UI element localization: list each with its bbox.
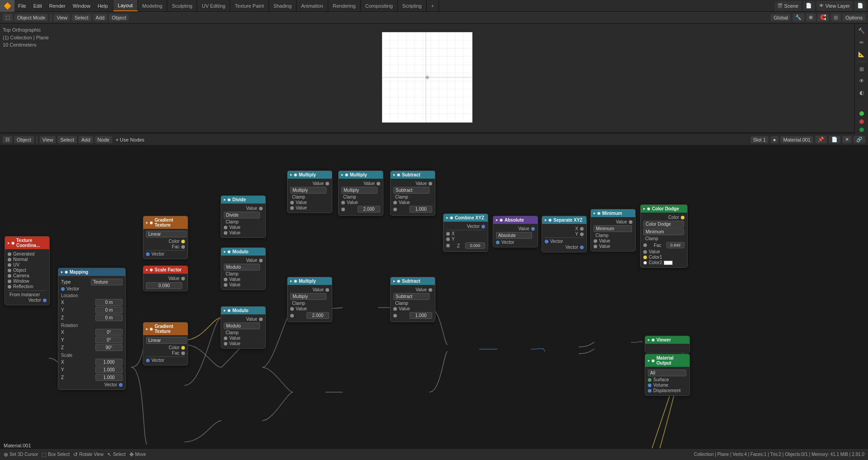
node-editor-type[interactable]: ⊡ [3, 136, 12, 143]
socket-vector-mapping-in[interactable] [61, 287, 65, 291]
node-fake-user[interactable]: 🔗 [854, 136, 865, 143]
move-btn[interactable]: ✥ Move [129, 451, 146, 458]
val-cd-fac[interactable]: 0.849 [666, 242, 684, 248]
socket-mt2-val[interactable] [377, 182, 380, 185]
viewport-view-menu[interactable]: View [54, 14, 70, 21]
node-combine-xyz[interactable]: ◉ Combine XYZ Vector X Y [443, 213, 488, 252]
tab-rendering[interactable]: Rendering [328, 0, 361, 11]
viewport-editor-type[interactable]: ⬚ [3, 14, 13, 21]
val-sc-x[interactable]: 1.000 [95, 359, 123, 365]
viewport-global-btn[interactable]: Global [771, 14, 791, 21]
node-mapping[interactable]: ◉ Mapping Type Texture Vector Location X… [58, 268, 126, 390]
socket-sb-in2[interactable] [393, 314, 397, 318]
set-3d-cursor-btn[interactable]: ⊕ Set 3D Cursor [4, 451, 38, 458]
dropdown-mt2[interactable]: Multiply [341, 187, 377, 194]
socket-mod2-val[interactable] [259, 318, 263, 321]
menu-file[interactable]: File [14, 0, 30, 11]
socket-g1-vector[interactable] [146, 252, 150, 256]
node-viewer[interactable]: ◉ Viewer [645, 336, 690, 353]
sidebar-icon-measure[interactable]: 📐 [856, 49, 867, 60]
node-modulo-2[interactable]: ◉ Modulo Value Modulo Clamp Value Value [221, 306, 266, 349]
node-gradient-2[interactable]: ◉ Gradient Texture Linear Color Fac Vect… [143, 322, 188, 365]
tab-animation[interactable]: Animation [297, 0, 328, 11]
viewport-area[interactable]: Top Orthographic (1) Collection | Plane … [0, 24, 854, 132]
socket-mt1-val[interactable] [326, 182, 329, 185]
val-loc-x[interactable]: 0 m [95, 299, 123, 306]
node-minimum[interactable]: ◉ Minimum Value Minimum Clamp Value Valu… [590, 209, 636, 251]
node-view-menu[interactable]: View [40, 136, 56, 143]
socket-mo-surface[interactable] [648, 378, 651, 382]
viewport-select-menu[interactable]: Select [72, 14, 91, 21]
tab-sculpting[interactable]: Sculpting [167, 0, 197, 11]
box-select-btn[interactable]: ⬚ Box Select [42, 451, 70, 458]
socket-min-val[interactable] [629, 220, 632, 224]
socket-camera[interactable] [8, 274, 11, 278]
sidebar-icon-shading[interactable]: ◐ [856, 87, 867, 98]
node-divide[interactable]: ◉ Divide Value Divide Clamp Value Value [221, 195, 266, 238]
socket-mb1-in1[interactable] [290, 307, 294, 311]
dropdown-divide[interactable]: Divide [224, 212, 260, 218]
dropdown-mo-all[interactable]: All [648, 370, 686, 376]
node-material-pin[interactable]: 📌 [815, 136, 827, 143]
node-absolute[interactable]: ◉ Absolute Value Absolute Vector [493, 216, 538, 247]
viewport-prop-btn[interactable]: ◎ [831, 14, 841, 21]
socket-cxyz-x[interactable] [446, 232, 450, 236]
socket-div-val[interactable] [259, 207, 263, 210]
val-sb[interactable]: 1.000 [410, 312, 432, 319]
node-modulo-1[interactable]: ◉ Modulo Value Modulo Clamp Value Value [221, 247, 266, 290]
node-scale-factor[interactable]: ◉ Scale Factor Value 0.090 [143, 266, 188, 291]
socket-g2-vector[interactable] [146, 359, 150, 362]
view-layer-copy-btn[interactable]: 📄 [854, 1, 866, 11]
socket-cxyz-vec[interactable] [481, 225, 485, 228]
tab-shading[interactable]: Shading [269, 0, 297, 11]
viewport-object-menu[interactable]: Object [109, 14, 129, 21]
socket-mod2-in2[interactable] [224, 342, 227, 346]
dropdown-mod2[interactable]: Modulo [224, 322, 260, 329]
scene-selector[interactable]: 🎬 Scene [774, 1, 801, 11]
node-texture-coordinate[interactable]: ◉ Texture Coordina... Generated Normal U… [5, 236, 50, 305]
node-multiply-bot1[interactable]: ◉ Multiply Value Multiply Clamp Value 2.… [287, 277, 332, 322]
node-separate-xyz[interactable]: ◉ Separate XYZ X Y Vector Vector [542, 216, 587, 252]
sidebar-icon-view[interactable]: 👁 [856, 76, 867, 86]
viewport-add-menu[interactable]: Add [93, 14, 108, 21]
sidebar-icon-transform[interactable]: ⊞ [856, 64, 867, 75]
tab-layout[interactable]: Layout [113, 0, 138, 11]
node-editor[interactable]: ⊡ Object View Select Add Node ● Use Node… [0, 134, 868, 460]
tab-scripting[interactable]: Scripting [398, 0, 427, 11]
socket-mb1-in2[interactable] [290, 314, 294, 318]
socket-div-in1[interactable] [224, 226, 227, 229]
dropdown-mod1[interactable]: Modulo [224, 264, 260, 270]
val-st[interactable]: 1.000 [410, 206, 432, 213]
socket-mt2-in1[interactable] [341, 201, 345, 204]
node-subtract-top[interactable]: ◉ Subtract Value Subtract Clamp Value 1.… [390, 171, 435, 216]
socket-reflection[interactable] [8, 285, 11, 289]
sidebar-icon-annotate[interactable]: ✏ [856, 37, 867, 48]
socket-g1-fac[interactable] [181, 245, 185, 249]
options-btn[interactable]: Options [843, 14, 865, 21]
val-rot-y[interactable]: 0° [95, 337, 123, 343]
node-slot-selector[interactable]: Slot 1 [750, 136, 769, 143]
socket-sxyz-vec-out[interactable] [580, 246, 584, 249]
rotate-view-btn[interactable]: ↺ Rotate View [73, 451, 104, 458]
socket-mo-displacement[interactable] [648, 389, 651, 393]
menu-render[interactable]: Render [46, 0, 69, 11]
socket-window[interactable] [8, 280, 11, 283]
socket-st-val[interactable] [429, 182, 432, 185]
socket-sf-value[interactable] [181, 277, 185, 280]
dropdown-min[interactable]: Minimum [594, 225, 632, 232]
socket-min-in2[interactable] [594, 245, 597, 248]
socket-generated[interactable] [8, 252, 11, 256]
socket-sb-in1[interactable] [393, 307, 397, 311]
socket-abs-in[interactable] [496, 241, 500, 244]
socket-g2-color[interactable] [181, 346, 185, 350]
socket-cd-in1[interactable] [643, 250, 647, 254]
val-sf[interactable]: 0.090 [146, 282, 182, 289]
socket-div-in2[interactable] [224, 231, 227, 235]
viewport-tools-btn[interactable]: 🔧 [793, 14, 804, 21]
node-gradient-1[interactable]: ◉ Gradient Texture Linear Color Fac Vect… [143, 216, 188, 259]
socket-normal[interactable] [8, 258, 11, 261]
socket-g2-fac[interactable] [181, 351, 185, 355]
dropdown-cd[interactable]: Color Dodge [643, 221, 684, 228]
tab-add[interactable]: + [427, 0, 439, 11]
dropdown-mt1[interactable]: Multiply [290, 187, 326, 194]
